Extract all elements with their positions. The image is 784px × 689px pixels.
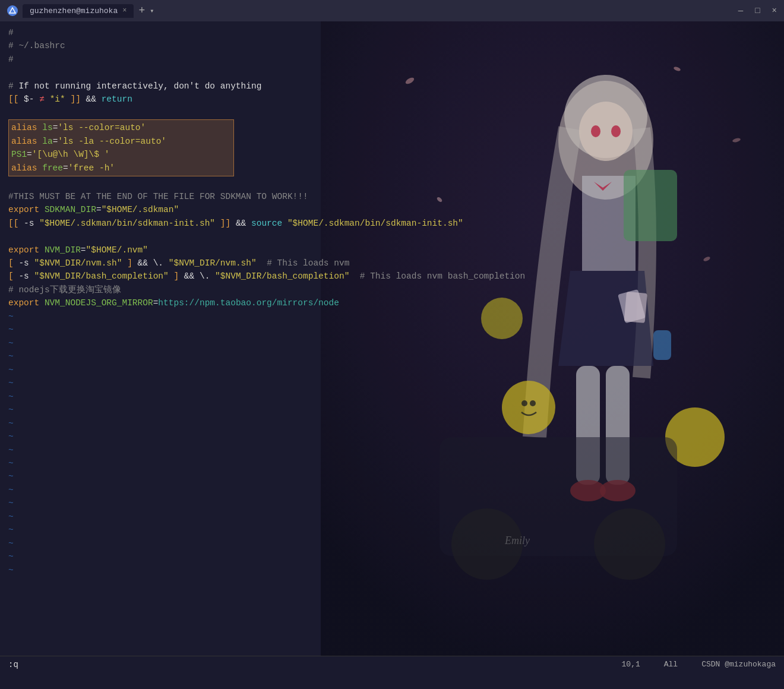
- vim-command[interactable]: :q: [8, 660, 18, 669]
- minimize-button[interactable]: —: [738, 6, 743, 15]
- window-close-button[interactable]: ×: [772, 6, 777, 15]
- code-line-condition: [[ $- ≠ *i* ]] && return: [8, 93, 776, 106]
- and-op2: &&: [230, 219, 251, 228]
- nvm-comment1: # This loads nvm: [267, 258, 349, 268]
- sdkman-end: [215, 219, 220, 228]
- space2: [45, 94, 50, 104]
- and-op3: && \.: [132, 258, 169, 268]
- ps1-val: '[\u@\h \W]\$ ': [32, 150, 110, 159]
- window-controls: — □ ×: [738, 6, 777, 15]
- tilde-13: ~: [8, 470, 776, 483]
- alias-la-name: la: [42, 137, 52, 146]
- statusbar: :q 10,1 All CSDN @mizuhokaga: [0, 656, 784, 672]
- ps1-var: PS1: [11, 150, 27, 159]
- sdkman-var: SDKMAN_DIR: [45, 205, 96, 214]
- code-line: # ~/.bashrc: [8, 39, 776, 52]
- tilde-9: ~: [8, 417, 776, 430]
- tab-dropdown-icon[interactable]: ▾: [150, 7, 154, 15]
- tilde-11: ~: [8, 444, 776, 457]
- code-line-alias-free: alias free='free -h': [11, 162, 231, 175]
- code-line-ps1: PS1='[\u@\h \W]\$ ': [11, 148, 231, 161]
- tilde-3: ~: [8, 337, 776, 350]
- nvm-completion-path2: "$NVM_DIR/bash_completion": [215, 271, 349, 281]
- code-line-blank: [8, 106, 776, 119]
- neq-symbol: ≠: [39, 94, 45, 104]
- bracket-close4: ]: [173, 271, 179, 281]
- code-line: #: [8, 53, 776, 66]
- eq3: =: [27, 150, 32, 159]
- sdkman-val: "$HOME/.sdkman": [102, 205, 179, 214]
- new-tab-button[interactable]: +: [138, 5, 145, 17]
- export-kw1: export: [8, 205, 45, 214]
- nvm-sh-path: "$NVM_DIR/nvm.sh": [34, 258, 122, 268]
- tilde-2: ~: [8, 323, 776, 336]
- bracket-open: [[: [8, 94, 18, 104]
- code-line-nvm-mirror: export NVM_NODEJS_ORG_MIRROR=https://npm…: [8, 296, 776, 309]
- comment-hash: #: [8, 28, 14, 37]
- nvm-sh-path2: "$NVM_DIR/nvm.sh": [169, 258, 257, 268]
- bracket-close2: ]]: [220, 219, 230, 228]
- statusbar-right: 10,1 All CSDN @mizuhokaga: [622, 660, 776, 669]
- sdkman-path: "$HOME/.sdkman/bin/sdkman-init.sh": [39, 219, 215, 228]
- tilde-14: ~: [8, 483, 776, 497]
- export-kw3: export: [8, 298, 45, 308]
- tilde-19: ~: [8, 550, 776, 563]
- nvm-dir-var: NVM_DIR: [45, 245, 81, 255]
- nvm-completion-path: "$NVM_DIR/bash_completion": [34, 271, 169, 281]
- code-line-alias-ls: alias ls='ls --color=auto': [11, 121, 231, 134]
- alias-kw3: alias: [11, 163, 42, 173]
- space1: $-: [18, 94, 39, 104]
- tilde-4: ~: [8, 350, 776, 363]
- app-logo-icon: [9, 7, 16, 14]
- tilde-20: ~: [8, 564, 776, 577]
- tilde-1: ~: [8, 310, 776, 323]
- eq5: =: [96, 205, 102, 214]
- if-comment: #: [8, 81, 18, 91]
- maximize-button[interactable]: □: [755, 6, 760, 15]
- tilde-10: ~: [8, 430, 776, 443]
- tilde-lines-container: ~ ~ ~ ~ ~ ~ ~ ~ ~ ~ ~ ~ ~ ~ ~ ~ ~ ~ ~ ~: [8, 310, 776, 577]
- sdkman-comment: #THIS MUST BE AT THE END OF THE FILE FOR…: [8, 192, 308, 201]
- tilde-15: ~: [8, 497, 776, 510]
- bracket-open4: [: [8, 271, 14, 281]
- terminal-content: # # ~/.bashrc # # If not running interac…: [0, 21, 784, 581]
- tilde-5: ~: [8, 364, 776, 377]
- tilde-12: ~: [8, 457, 776, 470]
- tab-title: guzhenzhen@mizuhoka: [30, 7, 118, 15]
- titlebar: guzhenzhen@mizuhoka × + ▾ — □ ×: [0, 0, 784, 21]
- eq6: =: [81, 245, 86, 255]
- code-line-if-comment: # If not running interactively, don't do…: [8, 80, 776, 93]
- terminal-tab[interactable]: guzhenzhen@mizuhoka ×: [23, 4, 134, 18]
- nvm-comment2: # This loads nvm bash_completion: [360, 271, 525, 281]
- nvm-mirror-var: NVM_NODEJS_ORG_MIRROR: [45, 298, 153, 308]
- glob-pattern: *i*: [50, 94, 65, 104]
- bracket-close3: ]: [127, 258, 132, 268]
- cursor-position: 10,1: [622, 660, 640, 669]
- source-kw: source: [251, 219, 282, 228]
- and-op4: && \.: [179, 271, 215, 281]
- bracket-open2: [[: [8, 219, 18, 228]
- alias-free-val: 'free -h': [68, 163, 115, 173]
- code-line: #: [8, 26, 776, 39]
- nvm-spaces2: [349, 271, 359, 281]
- code-line: [8, 66, 776, 79]
- alias-kw1: alias: [11, 123, 42, 132]
- code-line-sdkman-export: export SDKMAN_DIR="$HOME/.sdkman": [8, 203, 776, 216]
- alias-free-name: free: [42, 163, 63, 173]
- tilde-8: ~: [8, 403, 776, 416]
- return-keyword: return: [102, 94, 132, 104]
- tab-close-icon[interactable]: ×: [122, 7, 127, 15]
- code-line-nvm-export: export NVM_DIR="$HOME/.nvm": [8, 244, 776, 257]
- sdkman-s: -s: [18, 219, 39, 228]
- comment-bashrc: # ~/.bashrc: [8, 41, 65, 50]
- alias-kw2: alias: [11, 137, 42, 146]
- nvm-dir-val: "$HOME/.nvm": [86, 245, 148, 255]
- nvm-mirror-val: https://npm.taobao.org/mirrors/node: [158, 298, 339, 308]
- bracket-open3: [: [8, 258, 14, 268]
- nvm-end1: [122, 258, 127, 268]
- nvm-s2: -s: [14, 271, 34, 281]
- space-s: [282, 219, 287, 228]
- comment-hash2: #: [8, 55, 14, 64]
- export-kw2: export: [8, 245, 45, 255]
- tilde-6: ~: [8, 377, 776, 390]
